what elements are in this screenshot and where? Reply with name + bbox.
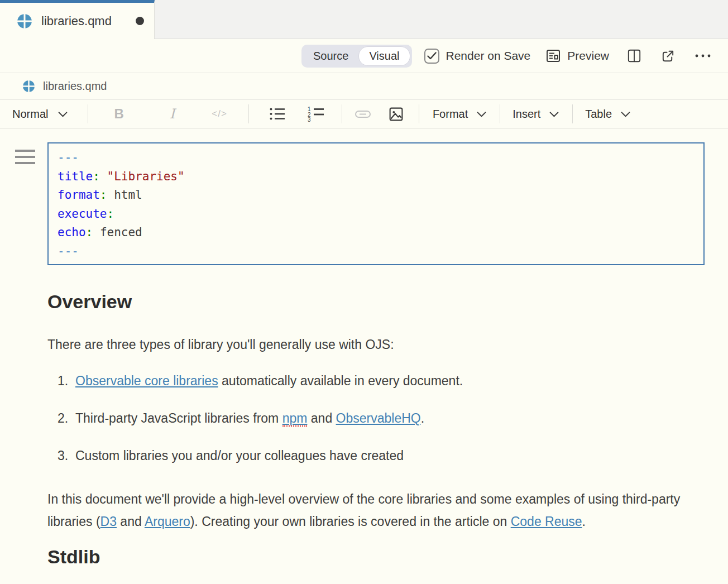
list-item-text: Observable core libraries automatically … [75,373,463,389]
insert-menu-label: Insert [513,108,540,121]
link-button[interactable] [355,106,371,122]
drag-handle-icon[interactable] [15,150,35,168]
more-ellipsis-icon [695,54,711,58]
quarto-icon [22,80,35,93]
yaml-line: echo: fenced [58,223,695,242]
code-button[interactable]: </> [212,108,227,119]
doc-link[interactable]: D3 [100,514,117,529]
toolbar-divider [572,104,573,123]
toolbar-divider [419,104,419,123]
doc-link[interactable]: Arquero [145,514,190,529]
preview-button[interactable]: Preview [545,48,609,64]
doc-link[interactable]: Code Reuse [511,514,582,529]
yaml-line: format: html [58,186,695,205]
closing-paragraph: In this document we'll provide a high-le… [47,488,689,533]
heading-stdlib: Stdlib [47,546,705,568]
intro-paragraph: There are three types of library you'll … [47,337,705,352]
checkbox-check-icon [427,52,437,60]
render-on-save-checkbox[interactable] [424,49,439,64]
list-item-text: Third-party JavaScript libraries from np… [75,410,424,426]
open-external-button[interactable] [660,49,676,64]
preview-label: Preview [567,49,609,63]
yaml-line: --- [58,242,695,261]
format-menu[interactable]: Format [433,108,486,121]
source-visual-toggle: Source Visual [301,45,412,68]
tab-title: libraries.qmd [41,14,127,28]
doc-link[interactable]: ObservableHQ [336,411,421,425]
chevron-down-icon [58,111,68,117]
ordered-list-button[interactable]: 1 2 3 [307,106,325,122]
doc-link[interactable]: npm [282,411,308,427]
image-icon [388,106,404,122]
italic-button[interactable]: I [170,106,175,122]
list-item-text: Custom libraries you and/or your colleag… [75,448,404,463]
bullet-list-button[interactable] [269,107,286,121]
yaml-line: execute: [58,205,695,224]
toolbar-divider [342,104,342,123]
yaml-metadata-block[interactable]: ---title: "Libraries"format: htmlexecute… [47,142,705,265]
link-icon [355,106,371,122]
file-tab[interactable]: libraries.qmd [0,0,155,39]
paragraph-style-value: Normal [12,108,48,121]
table-menu[interactable]: Table [585,108,630,121]
yaml-line: --- [58,149,695,167]
tab-bar-empty-area [155,0,728,39]
visual-toggle-button[interactable]: Visual [358,46,410,66]
tab-bar: libraries.qmd [0,0,728,39]
list-item: 3.Custom libraries you and/or your colle… [47,448,705,463]
more-options-button[interactable] [695,54,711,58]
format-menu-label: Format [433,108,468,121]
chevron-down-icon [621,111,630,117]
document-editor[interactable]: ---title: "Libraries"format: htmlexecute… [0,128,728,568]
split-pane-icon [627,49,641,63]
list-item: 2.Third-party JavaScript libraries from … [47,410,705,426]
image-button[interactable] [388,106,404,122]
heading-overview: Overview [47,291,705,313]
split-pane-button[interactable] [627,49,641,63]
modified-dot [136,17,144,25]
svg-text:3: 3 [308,117,311,122]
yaml-line: title: "Libraries" [58,167,695,186]
paragraph-style-dropdown[interactable]: Normal [12,108,68,121]
render-on-save-label: Render on Save [446,49,531,63]
list-number: 3. [58,448,75,463]
bullet-list-icon [269,107,286,121]
insert-menu[interactable]: Insert [513,108,559,121]
toolbar-divider [248,104,249,123]
list-item: 1.Observable core libraries automaticall… [47,373,705,389]
toolbar-divider [88,104,88,123]
source-toggle-button[interactable]: Source [303,47,358,65]
chevron-down-icon [477,111,486,117]
list-number: 1. [58,373,75,389]
chevron-down-icon [549,111,559,117]
doc-ordered-list: 1.Observable core libraries automaticall… [47,373,705,463]
breadcrumb: libraries.qmd [0,73,728,100]
formatting-toolbar: Normal B I </> 1 2 3 [0,100,728,128]
list-number: 2. [58,410,75,426]
external-link-icon [660,49,676,64]
breadcrumb-file-name[interactable]: libraries.qmd [43,80,107,93]
editor-toolbar: Source Visual Render on Save Preview [0,39,728,73]
table-menu-label: Table [585,108,612,121]
bold-button[interactable]: B [114,106,123,122]
toolbar-divider [500,104,500,123]
ordered-list-icon: 1 2 3 [307,106,325,122]
quarto-icon [17,13,32,29]
preview-icon [545,48,562,64]
doc-link[interactable]: Observable core libraries [75,374,218,388]
